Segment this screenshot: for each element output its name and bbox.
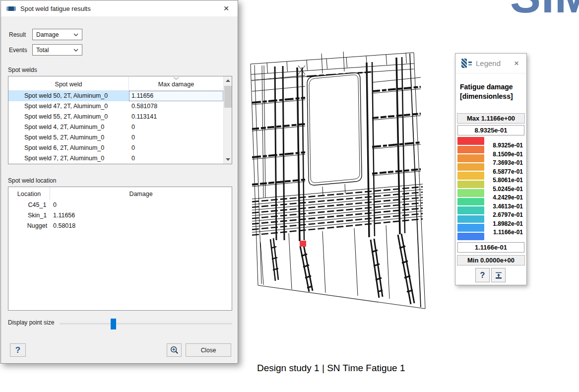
- selected-spot-weld-marker[interactable]: [300, 241, 306, 247]
- legend-color-swatch: [457, 146, 484, 154]
- simcenter-logo: SIM: [510, 0, 579, 21]
- legend-panel: Legend × Fatigue damage [dimensionless] …: [455, 53, 527, 285]
- table-row[interactable]: Spot weld 50, 2T, Aluminum_01.11656: [8, 91, 232, 101]
- column-header-max-damage[interactable]: Max damage: [129, 76, 223, 90]
- legend-tick-value: 1.8982e-01: [484, 220, 523, 229]
- dock-top-icon: [495, 271, 503, 279]
- table-scrollbar[interactable]: [223, 76, 232, 164]
- spot-weld-table: Spot weld Max damage Spot weld 50, 2T, A…: [8, 76, 232, 164]
- table-row[interactable]: Spot weld 6, 2T, Aluminum_00: [8, 143, 232, 153]
- point-size-slider-label: Display point size: [8, 319, 54, 326]
- spot-weld-dialog-icon: [6, 6, 16, 11]
- scroll-up-icon[interactable]: [224, 76, 232, 85]
- spot-weld-name: Spot weld 55, 2T, Aluminum_0: [8, 112, 129, 122]
- legend-tick-value: 8.1509e-01: [484, 150, 523, 159]
- legend-tick-value: 5.8061e-01: [484, 176, 523, 185]
- legend-ticks: 8.9325e-018.1509e-017.3693e-016.5877e-01…: [484, 141, 523, 237]
- column-header-damage[interactable]: Damage: [50, 187, 232, 200]
- zoom-to-spot-weld-button[interactable]: [167, 343, 182, 357]
- legend-color-swatch: [457, 224, 484, 232]
- location-damage: 0.58018: [52, 221, 75, 231]
- spot-weld-table-body: Spot weld 50, 2T, Aluminum_01.11656Spot …: [8, 91, 232, 164]
- events-dropdown[interactable]: Total: [32, 44, 82, 56]
- legend-min-value: Min 0.0000e+00: [457, 255, 525, 265]
- sort-descending-icon: [173, 77, 179, 80]
- spot-weld-max-damage: 1.11656: [129, 91, 223, 101]
- spot-welds-section-label: Spot welds: [8, 66, 37, 73]
- scroll-down-icon[interactable]: [224, 155, 232, 164]
- point-size-slider[interactable]: [60, 323, 232, 325]
- legend-titlebar[interactable]: Legend ×: [455, 54, 526, 73]
- spot-weld-max-damage: 0.113141: [129, 112, 223, 122]
- table-row[interactable]: Nugget0.58018: [8, 221, 232, 231]
- legend-tick-value: 2.6797e-01: [484, 211, 523, 220]
- model-wireframe[interactable]: [247, 44, 432, 337]
- spot-weld-name: Spot weld 47, 2T, Aluminum_0: [8, 101, 129, 112]
- location-name: C45_1: [22, 200, 52, 210]
- dialog-titlebar[interactable]: Spot weld fatigue results ×: [1, 0, 238, 16]
- result-label: Result: [9, 31, 26, 38]
- chevron-down-icon: [73, 33, 78, 36]
- legend-swatches: [457, 137, 484, 241]
- table-row[interactable]: Skin_11.11656: [8, 210, 232, 221]
- legend-lower-bound[interactable]: 1.1166e-01: [457, 242, 524, 253]
- table-row[interactable]: Spot weld 4, 2T, Aluminum_00: [8, 122, 232, 132]
- column-header-location[interactable]: Location: [8, 187, 50, 200]
- table-row[interactable]: Spot weld 47, 2T, Aluminum_00.581078: [8, 101, 232, 112]
- chevron-down-icon: [73, 49, 78, 52]
- legend-tick-value: 4.2429e-01: [484, 194, 523, 202]
- dialog-close-icon[interactable]: ×: [218, 2, 235, 15]
- legend-tick-value: 5.0245e-01: [484, 185, 523, 194]
- location-damage: 0: [52, 200, 57, 210]
- legend-tick-value: 3.4613e-01: [484, 202, 523, 211]
- legend-max-value: Max 1.1166e+00: [457, 113, 525, 124]
- spot-weld-location-section-label: Spot weld location: [8, 177, 56, 184]
- hatch-band: [252, 184, 423, 235]
- close-button[interactable]: Close: [186, 343, 231, 357]
- legend-panel-icon-bars: [468, 62, 472, 65]
- legend-color-swatch: [457, 189, 484, 197]
- legend-tick-value: 8.9325e-01: [484, 141, 523, 150]
- legend-panel-icon: [461, 59, 467, 68]
- legend-color-swatch: [457, 163, 484, 171]
- magnifier-plus-icon: [170, 346, 179, 354]
- table-row[interactable]: Spot weld 55, 2T, Aluminum_00.113141: [8, 112, 232, 122]
- result-value: Damage: [36, 31, 59, 38]
- legend-color-swatch: [457, 206, 484, 214]
- legend-heading: Fatigue damage [dimensionless]: [460, 82, 513, 101]
- location-name: Nugget: [22, 221, 52, 231]
- legend-dock-button[interactable]: [491, 268, 506, 282]
- spot-weld-max-damage: 0: [129, 153, 223, 164]
- spot-weld-max-damage: 0: [129, 122, 223, 132]
- spot-weld-max-damage: 0: [129, 132, 223, 143]
- legend-color-swatch: [457, 154, 484, 162]
- table-row[interactable]: Spot weld 7, 2T, Aluminum_00: [8, 153, 232, 164]
- location-table-body: C45_10Skin_11.11656Nugget0.58018: [8, 200, 232, 231]
- legend-color-swatch: [457, 181, 484, 189]
- table-row[interactable]: Spot weld 5, 2T, Aluminum_00: [8, 132, 232, 143]
- spot-weld-results-dialog: Spot weld fatigue results × Result Damag…: [0, 0, 238, 364]
- legend-upper-bound[interactable]: 8.9325e-01: [457, 125, 524, 135]
- legend-color-swatch: [457, 215, 484, 223]
- table-row[interactable]: C45_10: [8, 200, 232, 210]
- legend-help-button[interactable]: ?: [475, 268, 490, 282]
- help-button[interactable]: ?: [10, 343, 26, 357]
- point-size-slider-thumb[interactable]: [111, 319, 116, 329]
- legend-title: Legend: [476, 59, 501, 67]
- spot-weld-name: Spot weld 7, 2T, Aluminum_0: [8, 153, 129, 164]
- legend-color-swatch: [457, 137, 484, 145]
- spot-weld-max-damage: 0.581078: [129, 101, 223, 112]
- spot-weld-name: Spot weld 6, 2T, Aluminum_0: [8, 143, 129, 153]
- location-damage: 1.11656: [52, 210, 75, 221]
- legend-tick-value: 6.5877e-01: [484, 168, 523, 177]
- result-dropdown[interactable]: Damage: [32, 29, 82, 40]
- scrollbar-thumb[interactable]: [224, 86, 232, 108]
- legend-color-swatch: [457, 172, 484, 180]
- legend-close-icon[interactable]: ×: [511, 58, 522, 69]
- spot-weld-location-table: Location Damage C45_10Skin_11.11656Nugge…: [8, 187, 232, 311]
- spot-weld-name: Spot weld 4, 2T, Aluminum_0: [8, 122, 129, 132]
- column-header-spot-weld[interactable]: Spot weld: [8, 76, 129, 90]
- dialog-title: Spot weld fatigue results: [20, 5, 91, 12]
- legend-tick-value: 7.3693e-01: [484, 159, 523, 168]
- location-name: Skin_1: [22, 210, 52, 221]
